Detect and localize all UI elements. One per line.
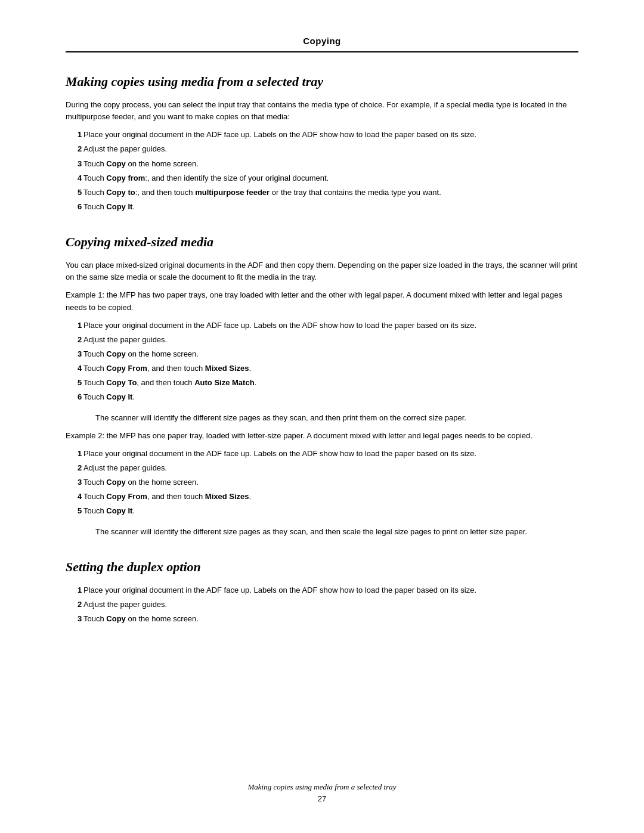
step-content: Adjust the paper guides. [83, 143, 578, 155]
list-item: 2 Adjust the paper guides. [66, 334, 578, 346]
section-selected-tray-heading: Making copies using media from a selecte… [66, 74, 578, 89]
list-item: 2 Adjust the paper guides. [66, 599, 578, 611]
step-number: 5 [66, 187, 83, 199]
step-number: 1 [66, 129, 83, 141]
step-content: Touch Copy It. [83, 201, 578, 213]
step-content: Place your original document in the ADF … [83, 129, 578, 141]
step-number: 5 [66, 377, 83, 389]
step-number: 6 [66, 391, 83, 403]
example2-steps: 1 Place your original document in the AD… [66, 448, 578, 518]
step-number: 2 [66, 143, 83, 155]
step-number: 2 [66, 462, 83, 474]
step-content: Touch Copy from:, and then identify the … [83, 172, 578, 184]
step-content: Place your original document in the ADF … [83, 584, 578, 596]
list-item: 3 Touch Copy on the home screen. [66, 348, 578, 360]
list-item: 1 Place your original document in the AD… [66, 584, 578, 596]
duplex-steps: 1 Place your original document in the AD… [66, 584, 578, 625]
step-content: Touch Copy on the home screen. [83, 348, 578, 360]
step-content: Touch Copy on the home screen. [83, 613, 578, 625]
list-item: 4 Touch Copy From, and then touch Mixed … [66, 491, 578, 503]
section-duplex: Setting the duplex option 1 Place your o… [66, 559, 578, 625]
list-item: 3 Touch Copy on the home screen. [66, 476, 578, 488]
list-item: 6 Touch Copy It. [66, 201, 578, 213]
step-number: 1 [66, 448, 83, 460]
section-selected-tray-steps: 1 Place your original document in the AD… [66, 129, 578, 213]
list-item: 1 Place your original document in the AD… [66, 129, 578, 141]
footer-page-number: 27 [66, 794, 578, 803]
section-selected-tray-intro: During the copy process, you can select … [66, 99, 578, 123]
list-item: 5 Touch Copy To, and then touch Auto Siz… [66, 377, 578, 389]
example1-sub: The scanner will identify the different … [95, 412, 578, 424]
footer-text: Making copies using media from a selecte… [66, 782, 578, 792]
page: Copying Making copies using media from a… [0, 0, 644, 833]
page-header: Copying [66, 36, 578, 52]
section-selected-tray: Making copies using media from a selecte… [66, 74, 578, 213]
step-number: 3 [66, 613, 83, 625]
step-content: Adjust the paper guides. [83, 462, 578, 474]
step-number: 1 [66, 584, 83, 596]
example2-intro: Example 2: the MFP has one paper tray, l… [66, 430, 578, 442]
step-number: 5 [66, 505, 83, 517]
list-item: 5 Touch Copy It. [66, 505, 578, 517]
step-content: Place your original document in the ADF … [83, 448, 578, 460]
step-content: Touch Copy to:, and then touch multipurp… [83, 187, 578, 199]
step-content: Adjust the paper guides. [83, 334, 578, 346]
step-content: Touch Copy From, and then touch Mixed Si… [83, 363, 578, 374]
step-number: 1 [66, 320, 83, 332]
list-item: 4 Touch Copy From, and then touch Mixed … [66, 363, 578, 374]
list-item: 2 Adjust the paper guides. [66, 143, 578, 155]
step-content: Place your original document in the ADF … [83, 320, 578, 332]
list-item: 3 Touch Copy on the home screen. [66, 613, 578, 625]
example1-steps: 1 Place your original document in the AD… [66, 320, 578, 404]
example2-sub: The scanner will identify the different … [95, 526, 578, 538]
step-content: Touch Copy From, and then touch Mixed Si… [83, 491, 578, 503]
section-mixed-sized: Copying mixed-sized media You can place … [66, 234, 578, 538]
step-number: 4 [66, 172, 83, 184]
step-number: 3 [66, 476, 83, 488]
step-content: Touch Copy It. [83, 505, 578, 517]
list-item: 4 Touch Copy from:, and then identify th… [66, 172, 578, 184]
step-content: Touch Copy To, and then touch Auto Size … [83, 377, 578, 389]
section-duplex-heading: Setting the duplex option [66, 559, 578, 575]
list-item: 1 Place your original document in the AD… [66, 320, 578, 332]
step-number: 3 [66, 348, 83, 360]
step-number: 4 [66, 491, 83, 503]
section-mixed-sized-heading: Copying mixed-sized media [66, 234, 578, 250]
step-content: Touch Copy It. [83, 391, 578, 403]
list-item: 3 Touch Copy on the home screen. [66, 158, 578, 170]
page-footer: Making copies using media from a selecte… [66, 782, 578, 803]
step-number: 4 [66, 363, 83, 374]
step-content: Touch Copy on the home screen. [83, 158, 578, 170]
step-number: 3 [66, 158, 83, 170]
step-number: 6 [66, 201, 83, 213]
list-item: 1 Place your original document in the AD… [66, 448, 578, 460]
header-title: Copying [303, 36, 341, 46]
mixed-intro-2: Example 1: the MFP has two paper trays, … [66, 289, 578, 313]
step-number: 2 [66, 334, 83, 346]
list-item: 5 Touch Copy to:, and then touch multipu… [66, 187, 578, 199]
step-content: Adjust the paper guides. [83, 599, 578, 611]
list-item: 6 Touch Copy It. [66, 391, 578, 403]
step-content: Touch Copy on the home screen. [83, 476, 578, 488]
step-number: 2 [66, 599, 83, 611]
list-item: 2 Adjust the paper guides. [66, 462, 578, 474]
mixed-intro-1: You can place mixed-sized original docum… [66, 259, 578, 283]
